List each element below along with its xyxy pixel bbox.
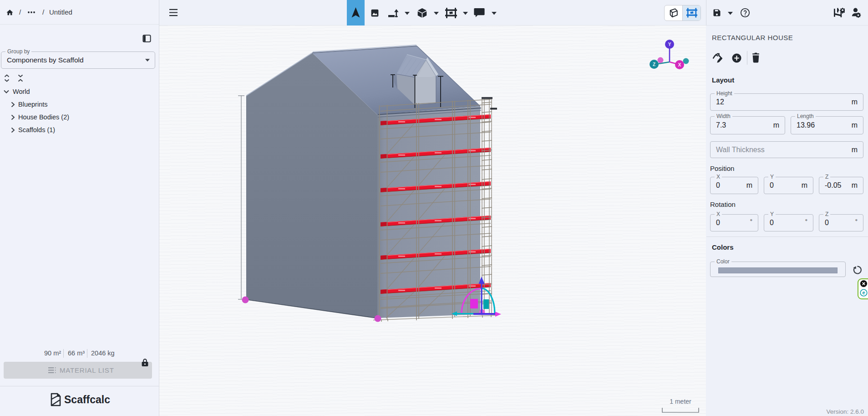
svg-text:Z: Z	[653, 62, 655, 67]
svg-text:Y: Y	[668, 42, 671, 47]
svg-text:e: e	[862, 290, 865, 295]
svg-text:X: X	[678, 62, 681, 67]
svg-text:1 meter: 1 meter	[670, 398, 691, 405]
